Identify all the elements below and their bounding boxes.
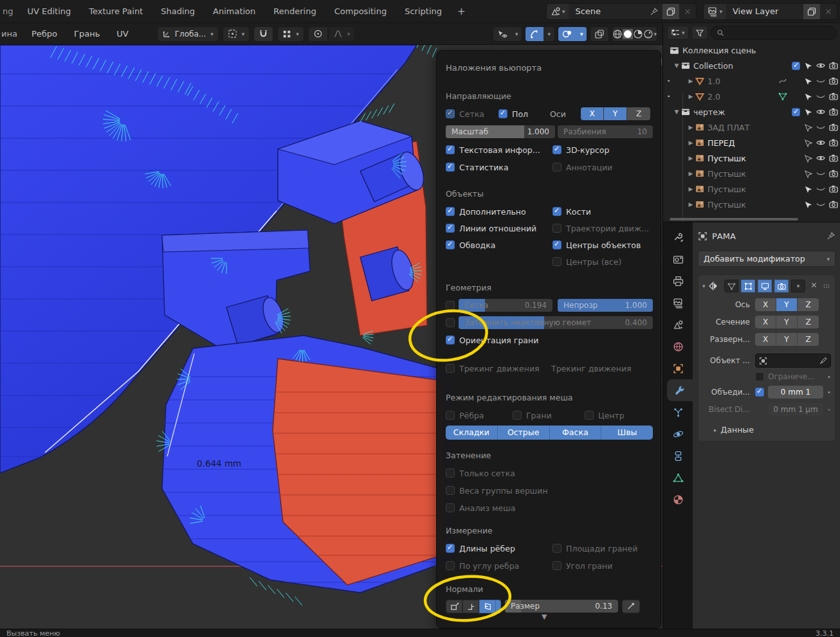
statistics-checkbox[interactable]: Статистика (446, 159, 509, 175)
text-info-checkbox[interactable]: Текстовая инфор... (446, 142, 540, 157)
camera-render-icon[interactable] (829, 123, 838, 132)
modifier-render-toggle[interactable] (774, 280, 789, 292)
normals-size-slider[interactable]: Размер0.13 (505, 600, 618, 613)
workspace-tab-shading[interactable]: Shading (152, 3, 204, 20)
outliner-filter-button[interactable] (691, 26, 708, 40)
workspace-tab-texture-paint[interactable]: Texture Paint (80, 3, 152, 20)
selectable-outline-icon[interactable] (804, 154, 812, 163)
selectable-outline-icon[interactable] (804, 123, 812, 132)
grid-checkbox[interactable]: Сетка (446, 106, 484, 121)
annotations-checkbox[interactable]: Аннотации (552, 159, 612, 175)
shading-rendered-button[interactable] (643, 29, 653, 39)
seams-button[interactable]: Швы (601, 426, 653, 440)
viewport-3d[interactable]: 0.644 mm Наложения вьюпорта Направляющие… (0, 45, 662, 629)
merge-threshold-field[interactable]: 0 mm 1 (768, 386, 823, 399)
relationship-lines-checkbox[interactable]: Линии отношений (446, 220, 536, 236)
mesh-mid-bracket[interactable] (162, 230, 310, 347)
bisect-x[interactable]: X (755, 316, 776, 328)
animate-dot[interactable]: • (827, 373, 831, 381)
eye-closed-icon[interactable] (816, 184, 825, 193)
fade-inactive-slider[interactable]: Затемнить неактивную геомет0.400 (459, 316, 653, 329)
mirror-axis-z[interactable]: Z (798, 298, 819, 311)
bevel-button[interactable]: Фаска (550, 426, 602, 440)
mesh-analysis-checkbox[interactable]: Анализ меша (446, 500, 515, 516)
outliner-search-input[interactable] (711, 26, 837, 40)
outliner-row-zad-plat[interactable]: ▶ ЗАД ПЛАТ (663, 120, 840, 135)
add-workspace-button[interactable]: + (451, 3, 472, 20)
bisect-y[interactable]: Y (776, 316, 798, 328)
modifier-on-cage-toggle[interactable] (724, 280, 738, 292)
scene-delete-button[interactable] (679, 4, 696, 19)
outliner-display-mode-dropdown[interactable]: ▾ (667, 26, 689, 40)
menu-edge[interactable]: Ребро (32, 29, 57, 39)
expand-caret[interactable]: ▼ (672, 62, 681, 69)
flip-y[interactable]: Y (776, 333, 798, 346)
eye-open-icon[interactable] (816, 107, 825, 116)
wireframe-checkbox[interactable] (446, 298, 455, 313)
eye-closed-icon[interactable] (816, 123, 825, 132)
flip-z[interactable]: Z (798, 333, 819, 346)
face-angle-checkbox[interactable]: Угол грани (552, 558, 612, 573)
menu-uv[interactable]: UV (116, 29, 128, 39)
tab-constraints[interactable] (663, 445, 693, 467)
normals-extra-toggle[interactable] (496, 600, 501, 613)
constant-screen-size-button[interactable] (622, 600, 640, 613)
camera-render-icon[interactable] (829, 107, 838, 116)
show-gizmo-toggle[interactable]: ▾ (525, 26, 555, 42)
edges-checkbox[interactable]: Рёбра (446, 408, 484, 423)
axis-y-button[interactable]: Y (604, 107, 627, 120)
shading-wireframe-button[interactable] (612, 29, 623, 39)
tab-object[interactable] (663, 357, 693, 379)
opacity-slider[interactable]: Непрозр1.000 (558, 299, 653, 312)
camera-render-icon[interactable] (829, 184, 838, 193)
active-object-name[interactable]: РАМА (712, 231, 822, 241)
mirror-axis-y[interactable]: Y (776, 298, 798, 311)
extras-checkbox[interactable]: Дополнительно (446, 204, 526, 219)
selectable-outline-icon[interactable] (804, 170, 812, 178)
expand-caret[interactable]: ▶ (686, 186, 695, 192)
workspace-tab-animation[interactable]: Animation (204, 3, 264, 20)
workspace-tab-scripting[interactable]: Scripting (396, 3, 451, 20)
expand-caret[interactable]: ▶ (686, 201, 695, 208)
outliner-row-empty-1[interactable]: ▶ Пустышк (663, 150, 840, 166)
snap-target-dropdown[interactable]: ▾ (277, 26, 304, 42)
shading-material-button[interactable] (633, 29, 643, 39)
outliner-row-scene-collection[interactable]: Коллекция сцень (663, 42, 840, 58)
selectable-icon[interactable] (804, 93, 812, 101)
tab-tool[interactable] (663, 226, 693, 248)
eye-closed-icon[interactable] (816, 169, 825, 178)
bisect-distance-field[interactable]: 0 mm 1 µm (768, 403, 823, 416)
scene-name[interactable]: Scene (569, 6, 646, 16)
selectable-outline-icon[interactable] (804, 139, 812, 147)
view-layer-name[interactable]: View Layer (726, 6, 803, 16)
expand-caret[interactable]: ▶ (686, 155, 695, 161)
expand-caret[interactable]: ▼ (672, 109, 681, 115)
face-normals-button[interactable] (479, 600, 496, 613)
transform-orientation-dropdown[interactable]: Глоба... ▾ (157, 26, 219, 42)
tab-particles[interactable] (663, 401, 693, 423)
eyedropper-icon[interactable] (819, 357, 827, 365)
cursor3d-checkbox[interactable]: 3D-курсор (552, 142, 609, 157)
exclude-checkbox[interactable] (792, 62, 800, 70)
workspace-tab-compositing[interactable]: Compositing (325, 3, 396, 20)
animate-dot[interactable]: • (827, 406, 831, 413)
edge-length-checkbox[interactable]: Длины рёбер (446, 541, 515, 556)
outliner-row-collection[interactable]: ▼ Collection (663, 58, 840, 73)
outliner-row-mesh-1[interactable]: • ▶ 1.0 (663, 73, 840, 89)
origins-all-checkbox[interactable]: Центры (все) (552, 254, 621, 269)
scene-pin-button[interactable] (646, 4, 662, 19)
selectable-icon[interactable] (804, 201, 812, 209)
pivot-point-dropdown[interactable]: ▾ (223, 26, 250, 42)
bisect-z[interactable]: Z (798, 316, 819, 328)
outliner-horizontal-scrollbar[interactable] (670, 218, 798, 220)
pin-icon[interactable] (826, 231, 835, 240)
outliner-row-mesh-2[interactable]: • ▶ 2.0 (663, 89, 840, 104)
tab-render[interactable] (663, 248, 693, 270)
proportional-falloff-dropdown[interactable]: ▾ (328, 26, 356, 42)
eye-open-icon[interactable] (816, 61, 825, 70)
floor-checkbox[interactable]: Пол (498, 106, 528, 121)
scroll-more-indicator[interactable]: ▼ (542, 613, 547, 621)
merge-checkbox[interactable] (755, 388, 764, 397)
view-layer-browse-button[interactable]: ▾ (704, 4, 726, 19)
expand-caret[interactable]: ▶ (686, 93, 695, 100)
